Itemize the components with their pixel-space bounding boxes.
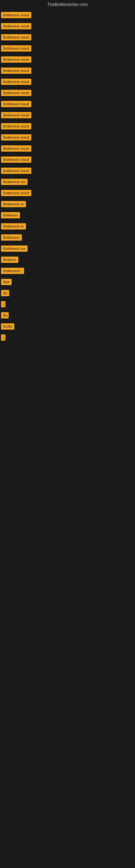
- bottleneck-badge[interactable]: Bottleneck result: [1, 67, 31, 74]
- bottleneck-badge[interactable]: Bottleneck result: [1, 101, 31, 107]
- list-item: Bottleneck re: [0, 222, 135, 232]
- bottleneck-badge[interactable]: Bottleneck result: [1, 145, 31, 152]
- list-item: Bott: [0, 277, 135, 288]
- list-item: Bottlenec: [0, 211, 135, 221]
- bottleneck-badge[interactable]: Bottlene: [1, 257, 18, 263]
- list-item: Bottleneck result: [0, 22, 135, 32]
- list-item: Bottleneck result: [0, 10, 135, 21]
- list-item: Bo: [0, 288, 135, 299]
- bottleneck-badge[interactable]: Bottleneck r: [1, 268, 24, 274]
- list-item: Bottleneck result: [0, 133, 135, 143]
- bottleneck-badge[interactable]: Bottlenec: [1, 212, 20, 218]
- list-item: Bottleneck result: [0, 55, 135, 65]
- list-item: Bottleneck result: [0, 155, 135, 165]
- list-item: Bottleneck result: [0, 99, 135, 110]
- bottleneck-badge[interactable]: Bottleneck res: [1, 246, 28, 252]
- list-item: Bottleneck result: [0, 33, 135, 43]
- bottleneck-badge[interactable]: Bottleneck result: [1, 34, 31, 40]
- bottleneck-badge[interactable]: Bottleneck result: [1, 123, 31, 129]
- bottleneck-badge[interactable]: Bottleneck result: [1, 12, 31, 18]
- list-item: Bottleneck re: [0, 199, 135, 210]
- list-item: Bottleneck r: [0, 266, 135, 277]
- list-item: Bottleneck result: [0, 122, 135, 132]
- list-item: Bottleneck result: [0, 88, 135, 99]
- bottleneck-badge[interactable]: Bottleneck result: [1, 134, 31, 141]
- list-item: Bottleneck result: [0, 188, 135, 199]
- site-title: TheBottlenecker.com: [0, 0, 135, 9]
- list-item: Bottleneck result: [0, 144, 135, 154]
- bottleneck-badge[interactable]: Bottleneck result: [1, 190, 31, 196]
- list-item: Bo: [0, 311, 135, 321]
- list-item: Bottleneck result: [0, 44, 135, 54]
- bottleneck-badge[interactable]: Bottleneck result: [1, 112, 31, 118]
- bottleneck-badge[interactable]: Bottleneck result: [1, 156, 31, 163]
- list-item: |: [0, 333, 135, 343]
- list-item: Bottle: [0, 322, 135, 332]
- bottleneck-list: Bottleneck resultBottleneck resultBottle…: [0, 9, 135, 345]
- bottleneck-badge[interactable]: |: [1, 335, 5, 341]
- list-item: Bottleneck: [0, 233, 135, 243]
- bottleneck-badge[interactable]: Bottleneck res: [1, 179, 28, 185]
- bottleneck-badge[interactable]: Bottleneck result: [1, 23, 31, 29]
- bottleneck-badge[interactable]: Bo: [1, 312, 9, 318]
- bottleneck-badge[interactable]: Bott: [1, 279, 12, 285]
- bottleneck-badge[interactable]: Bo: [1, 290, 9, 296]
- bottleneck-badge[interactable]: Bottleneck result: [1, 79, 31, 85]
- bottleneck-badge[interactable]: Bottle: [1, 323, 14, 330]
- list-item: Bottleneck res: [0, 177, 135, 188]
- bottleneck-badge[interactable]: Bottleneck result: [1, 167, 31, 174]
- bottleneck-badge[interactable]: |: [1, 301, 5, 307]
- list-item: Bottleneck result: [0, 77, 135, 88]
- list-item: Bottlene: [0, 255, 135, 266]
- bottleneck-badge[interactable]: Bottleneck result: [1, 45, 31, 52]
- list-item: Bottleneck result: [0, 166, 135, 177]
- list-item: Bottleneck res: [0, 244, 135, 254]
- list-item: Bottleneck result: [0, 66, 135, 76]
- bottleneck-badge[interactable]: Bottleneck result: [1, 90, 31, 96]
- bottleneck-badge[interactable]: Bottleneck: [1, 235, 22, 241]
- bottleneck-badge[interactable]: Bottleneck re: [1, 201, 26, 207]
- list-item: |: [0, 300, 135, 310]
- bottleneck-badge[interactable]: Bottleneck re: [1, 223, 26, 229]
- list-item: Bottleneck result: [0, 111, 135, 121]
- bottleneck-badge[interactable]: Bottleneck result: [1, 56, 31, 63]
